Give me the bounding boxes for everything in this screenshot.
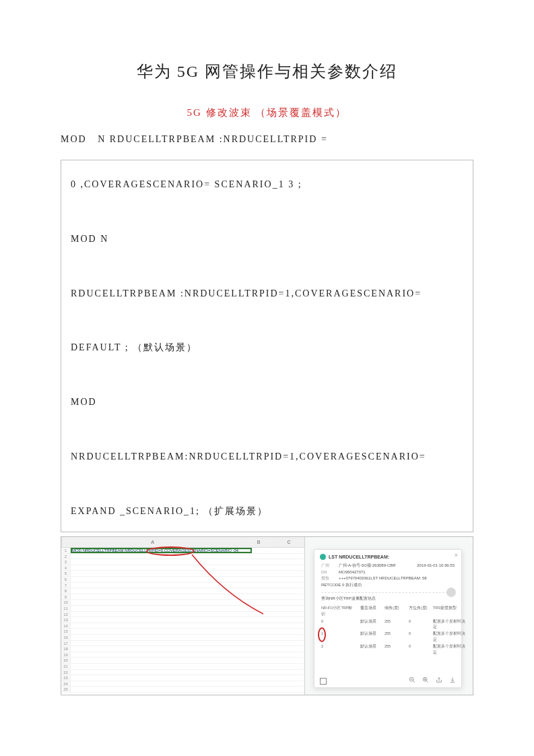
value-site: 广州-A-信号-5G循-263089-CBR [339, 563, 396, 569]
command-block: 0 ,COVERAGESCENARIO= SCENARIO_1 3 ; MOD … [61, 160, 473, 532]
download-icon[interactable] [449, 676, 456, 685]
result-table: NR-FO小区TRP标识 覆盖场景 倾角(度) 方位角(度) TRS密度类型 0… [321, 605, 455, 655]
avatar [446, 588, 456, 597]
share-icon[interactable] [436, 676, 442, 685]
close-icon[interactable]: × [455, 552, 458, 559]
status-dot [320, 554, 326, 560]
screenshot-figure: A B C 1 MOD NRDUCELLTRPBEAM:NRDUCELLTRPI… [61, 536, 473, 695]
label-site: 广州 [321, 563, 336, 569]
zoom-out-icon[interactable] [409, 676, 415, 685]
svg-line-6 [426, 681, 428, 683]
label-report: 报告 [321, 575, 336, 582]
page-title: 华为 5G 网管操作与相关参数介绍 [61, 61, 473, 82]
spreadsheet-panel: A B C 1 MOD NRDUCELLTRPBEAM:NRDUCELLTRPI… [61, 537, 305, 695]
th-scenario: 覆盖场景 [360, 605, 380, 617]
block-line: NRDUCELLTRPBEAM:NRDUCELLTRPID=1,COVERAGE… [71, 445, 463, 469]
subtitle: 5G 修改波束 （场景覆盖模式） [61, 106, 473, 119]
label-dn: DN [321, 569, 336, 576]
block-line: 0 ,COVERAGESCENARIO= SCENARIO_1 3 ; [71, 172, 463, 197]
th-id: NR-FO小区TRP标识 [321, 605, 356, 617]
checkbox-icon[interactable] [320, 678, 327, 685]
popup-title: LST NRDUCELLTRPBEAM: [329, 555, 389, 559]
spreadsheet-header: A B C [61, 537, 304, 548]
rownum: 1 [61, 548, 71, 553]
block-line: MOD N [71, 227, 463, 251]
svg-line-2 [413, 681, 415, 683]
command-line-top: MOD N RDUCELLTRPBEAM :NRDUCELLTRPID = [61, 134, 473, 145]
block-line: EXPAND _SCENARIO_1; （扩展场景） [71, 499, 463, 524]
col-C: C [274, 537, 304, 547]
th-tilt: 倾角(度) [385, 605, 405, 617]
col-B: B [244, 537, 274, 547]
value-dn: MO950427071 [339, 569, 366, 576]
col-A: A [62, 537, 244, 547]
table-row: 2默认场景2550配置多个发射时决定 [321, 643, 455, 656]
th-trs: TRS密度类型 [433, 605, 467, 617]
value-time: 2019-01-01 10:36:55 [417, 563, 455, 569]
table-row: 0默认场景2550配置多个发射时决定 [321, 619, 455, 631]
value-retcode: RETCODE 0 执行成功 [321, 582, 362, 589]
block-line: MOD [71, 390, 463, 414]
zoom-in-icon[interactable] [422, 676, 429, 685]
query-label: 查询NR小区TRP波束配置信息 [321, 596, 376, 602]
cell-A1[interactable]: MOD NRDUCELLTRPBEAM:NRDUCELLTRPID=0,COVE… [71, 548, 253, 553]
table-row: 1默认场景2550配置多个发射时决定 [321, 631, 455, 643]
block-line: RDUCELLTRPBEAM :NRDUCELLTRPID=1,COVERAGE… [71, 282, 463, 306]
block-line: DEFAULT ; （默认场景） [71, 336, 463, 360]
value-report: +++07970403361LST NRDUCELLTRPBEAM: 58 [339, 575, 427, 582]
result-popup: × LST NRDUCELLTRPBEAM: 广州 广州-A-信号-5G循-26… [314, 549, 462, 688]
th-azimuth: 方位角(度) [409, 605, 429, 617]
